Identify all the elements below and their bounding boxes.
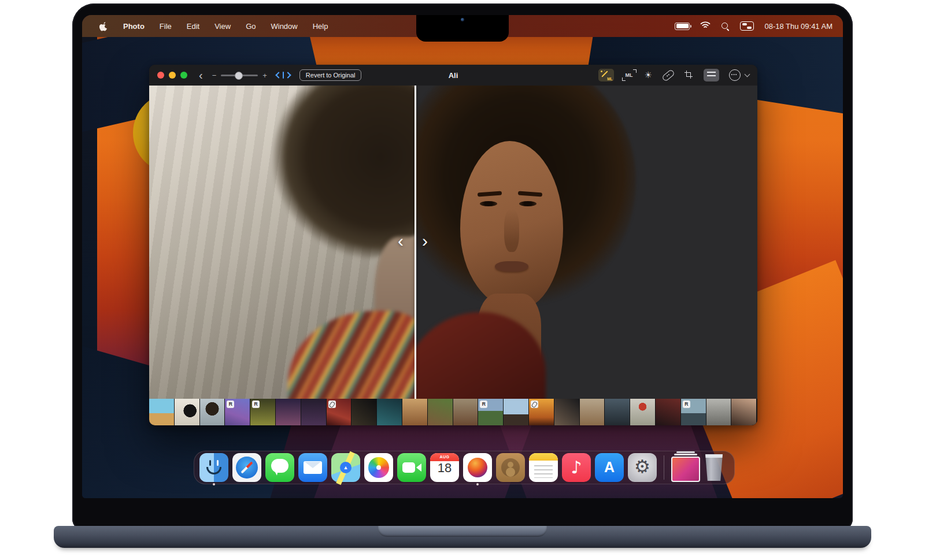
filmstrip-thumbnail[interactable] bbox=[327, 399, 352, 425]
thumbnail-image bbox=[605, 399, 630, 425]
filmstrip-thumbnail[interactable] bbox=[402, 399, 427, 425]
compare-split-handle[interactable] bbox=[415, 86, 416, 399]
control-center-icon[interactable] bbox=[740, 21, 754, 31]
compare-split-icon[interactable] bbox=[276, 72, 290, 79]
battery-icon[interactable] bbox=[675, 23, 690, 30]
chevron-down-icon[interactable] bbox=[745, 72, 750, 77]
filmstrip-thumbnail[interactable] bbox=[352, 399, 376, 425]
dock-messages[interactable] bbox=[265, 453, 294, 482]
filmstrip-thumbnail[interactable]: R bbox=[225, 399, 250, 425]
ml-label: ML bbox=[607, 77, 612, 81]
thumbnail-badge: R bbox=[683, 400, 690, 408]
minimize-button[interactable] bbox=[169, 72, 176, 79]
photo-editor-canvas[interactable]: ‹ › bbox=[149, 86, 757, 399]
back-button[interactable]: ‹ bbox=[199, 71, 203, 79]
menu-item[interactable]: View bbox=[214, 22, 231, 31]
filmstrip-thumbnail[interactable] bbox=[706, 399, 731, 425]
apple-menu-icon[interactable] bbox=[99, 21, 108, 31]
dock-system-settings[interactable] bbox=[628, 453, 657, 482]
eye bbox=[480, 201, 497, 206]
zoom-slider[interactable] bbox=[221, 75, 258, 76]
dock-facetime[interactable] bbox=[397, 453, 426, 482]
filmstrip-thumbnail[interactable] bbox=[554, 399, 579, 425]
dock-stack[interactable] bbox=[671, 457, 700, 482]
filmstrip-thumbnail[interactable] bbox=[630, 399, 655, 425]
thumbnail-image bbox=[402, 399, 427, 425]
filmstrip-thumbnail[interactable] bbox=[580, 399, 605, 425]
filmstrip-thumbnail[interactable] bbox=[175, 399, 199, 425]
adjust-light-button[interactable]: ☀ bbox=[645, 71, 652, 80]
thumbnail-badge: R bbox=[480, 400, 487, 408]
zoom-out-button[interactable]: − bbox=[212, 71, 217, 80]
more-options-button[interactable] bbox=[729, 69, 741, 81]
camera-icon bbox=[461, 18, 464, 21]
window-titlebar: ‹ − + Revert to Original Ali bbox=[149, 65, 757, 86]
compare-left-chevron bbox=[275, 72, 282, 78]
filmstrip-thumbnail[interactable] bbox=[149, 399, 174, 425]
zoom-slider-knob[interactable] bbox=[235, 72, 243, 80]
dock-mail[interactable] bbox=[298, 453, 327, 482]
dock-notes[interactable] bbox=[529, 453, 558, 482]
crop-button[interactable] bbox=[684, 71, 694, 80]
filmstrip-thumbnail[interactable] bbox=[529, 399, 554, 425]
menu-item[interactable]: Window bbox=[271, 22, 297, 31]
retouch-button[interactable] bbox=[662, 72, 675, 79]
adjustments-panel-button[interactable] bbox=[704, 69, 719, 81]
eye bbox=[519, 201, 536, 206]
laptop-lid-notch bbox=[378, 526, 547, 537]
filmstrip-thumbnail[interactable] bbox=[200, 399, 225, 425]
dock-app-store[interactable] bbox=[595, 453, 624, 482]
filmstrip: R R bbox=[149, 399, 757, 425]
wallpaper-shape bbox=[82, 15, 97, 498]
dock-trash[interactable] bbox=[704, 454, 724, 481]
wifi-icon[interactable] bbox=[700, 21, 711, 31]
filmstrip-thumbnail[interactable] bbox=[377, 399, 402, 425]
search-icon[interactable] bbox=[721, 22, 730, 31]
zoom-in-button[interactable]: + bbox=[262, 71, 267, 80]
filmstrip-thumbnail[interactable] bbox=[453, 399, 478, 425]
filmstrip-thumbnail[interactable]: R bbox=[681, 399, 706, 425]
compare-arrow-right[interactable]: › bbox=[422, 232, 428, 250]
compare-arrow-left[interactable]: ‹ bbox=[398, 232, 404, 250]
dock-contacts[interactable] bbox=[496, 453, 525, 482]
ml-enhance-button[interactable]: ML bbox=[624, 71, 635, 79]
filmstrip-thumbnail[interactable]: R bbox=[478, 399, 503, 425]
filmstrip-thumbnail[interactable] bbox=[428, 399, 453, 425]
app-menus: PhotoFileEditViewGoWindowHelp bbox=[123, 22, 328, 31]
dock-maps[interactable] bbox=[331, 453, 360, 482]
menu-item[interactable]: Help bbox=[313, 22, 328, 31]
thumbnail-badge bbox=[328, 400, 336, 408]
menu-item[interactable]: Go bbox=[246, 22, 256, 31]
dock-safari[interactable] bbox=[232, 453, 261, 482]
revert-to-original-button[interactable]: Revert to Original bbox=[299, 69, 362, 81]
menu-item[interactable]: Edit bbox=[187, 22, 199, 31]
filmstrip-thumbnail[interactable] bbox=[276, 399, 301, 425]
photo-original-half bbox=[149, 86, 415, 399]
crop-icon bbox=[684, 71, 694, 80]
thumbnail-image bbox=[504, 399, 528, 425]
fullscreen-button[interactable] bbox=[180, 72, 187, 79]
menu-item[interactable]: File bbox=[160, 22, 172, 31]
filmstrip-thumbnail[interactable] bbox=[656, 399, 680, 425]
filmstrip-thumbnail[interactable]: R bbox=[250, 399, 275, 425]
subject-hair-original bbox=[273, 86, 415, 259]
filmstrip-thumbnail[interactable] bbox=[504, 399, 528, 425]
filmstrip-thumbnail[interactable] bbox=[605, 399, 630, 425]
menu-bar-clock[interactable]: 08-18 Thu 09:41 AM bbox=[764, 22, 832, 31]
thumbnail-image bbox=[630, 399, 655, 425]
running-indicator bbox=[213, 483, 215, 485]
close-button[interactable] bbox=[157, 72, 164, 79]
nose-shadow bbox=[504, 209, 519, 252]
thumbnail-image bbox=[149, 399, 174, 425]
dock-photo-app[interactable] bbox=[463, 453, 492, 482]
dock-calendar[interactable]: AUG 18 bbox=[430, 453, 459, 482]
filmstrip-thumbnail[interactable] bbox=[301, 399, 326, 425]
thumbnail-image bbox=[377, 399, 402, 425]
dock-music[interactable] bbox=[562, 453, 591, 482]
filmstrip-thumbnail[interactable] bbox=[731, 399, 756, 425]
dock-photos[interactable] bbox=[364, 453, 393, 482]
auto-enhance-ml-button[interactable]: ML bbox=[598, 69, 614, 81]
dock-finder[interactable] bbox=[199, 453, 228, 482]
thumbnail-badge: R bbox=[227, 400, 234, 408]
menu-item[interactable]: Photo bbox=[123, 22, 145, 31]
